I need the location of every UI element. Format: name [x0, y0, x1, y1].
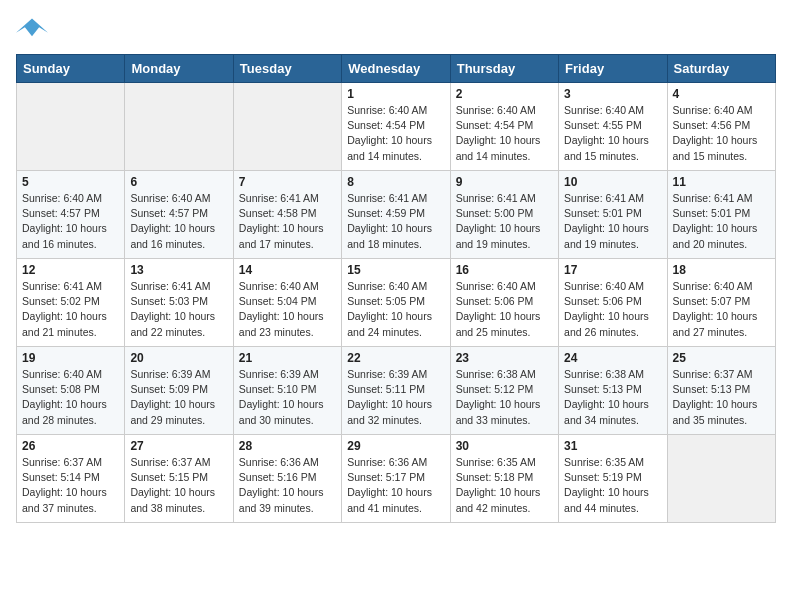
calendar-cell: 20Sunrise: 6:39 AM Sunset: 5:09 PM Dayli…	[125, 347, 233, 435]
day-info: Sunrise: 6:40 AM Sunset: 4:54 PM Dayligh…	[456, 103, 553, 164]
calendar-cell	[17, 83, 125, 171]
logo	[16, 16, 52, 44]
calendar-cell: 26Sunrise: 6:37 AM Sunset: 5:14 PM Dayli…	[17, 435, 125, 523]
day-number: 1	[347, 87, 444, 101]
calendar-body: 1Sunrise: 6:40 AM Sunset: 4:54 PM Daylig…	[17, 83, 776, 523]
svg-marker-0	[16, 18, 48, 36]
day-info: Sunrise: 6:40 AM Sunset: 5:04 PM Dayligh…	[239, 279, 336, 340]
calendar-cell: 30Sunrise: 6:35 AM Sunset: 5:18 PM Dayli…	[450, 435, 558, 523]
day-number: 10	[564, 175, 661, 189]
day-info: Sunrise: 6:40 AM Sunset: 4:56 PM Dayligh…	[673, 103, 770, 164]
day-info: Sunrise: 6:35 AM Sunset: 5:18 PM Dayligh…	[456, 455, 553, 516]
day-number: 16	[456, 263, 553, 277]
day-info: Sunrise: 6:40 AM Sunset: 4:54 PM Dayligh…	[347, 103, 444, 164]
page-header	[16, 16, 776, 44]
day-info: Sunrise: 6:40 AM Sunset: 5:06 PM Dayligh…	[564, 279, 661, 340]
day-info: Sunrise: 6:40 AM Sunset: 5:08 PM Dayligh…	[22, 367, 119, 428]
day-number: 28	[239, 439, 336, 453]
calendar-cell	[667, 435, 775, 523]
calendar-cell: 24Sunrise: 6:38 AM Sunset: 5:13 PM Dayli…	[559, 347, 667, 435]
day-number: 5	[22, 175, 119, 189]
calendar-cell: 10Sunrise: 6:41 AM Sunset: 5:01 PM Dayli…	[559, 171, 667, 259]
day-number: 20	[130, 351, 227, 365]
calendar-cell: 21Sunrise: 6:39 AM Sunset: 5:10 PM Dayli…	[233, 347, 341, 435]
calendar-week-row: 12Sunrise: 6:41 AM Sunset: 5:02 PM Dayli…	[17, 259, 776, 347]
day-info: Sunrise: 6:38 AM Sunset: 5:13 PM Dayligh…	[564, 367, 661, 428]
day-info: Sunrise: 6:39 AM Sunset: 5:09 PM Dayligh…	[130, 367, 227, 428]
calendar-cell: 18Sunrise: 6:40 AM Sunset: 5:07 PM Dayli…	[667, 259, 775, 347]
calendar-cell: 14Sunrise: 6:40 AM Sunset: 5:04 PM Dayli…	[233, 259, 341, 347]
calendar-cell: 16Sunrise: 6:40 AM Sunset: 5:06 PM Dayli…	[450, 259, 558, 347]
calendar-cell: 8Sunrise: 6:41 AM Sunset: 4:59 PM Daylig…	[342, 171, 450, 259]
day-info: Sunrise: 6:36 AM Sunset: 5:17 PM Dayligh…	[347, 455, 444, 516]
day-number: 19	[22, 351, 119, 365]
day-number: 7	[239, 175, 336, 189]
day-number: 27	[130, 439, 227, 453]
calendar-cell: 7Sunrise: 6:41 AM Sunset: 4:58 PM Daylig…	[233, 171, 341, 259]
day-number: 11	[673, 175, 770, 189]
day-number: 17	[564, 263, 661, 277]
calendar-cell: 9Sunrise: 6:41 AM Sunset: 5:00 PM Daylig…	[450, 171, 558, 259]
day-number: 9	[456, 175, 553, 189]
day-info: Sunrise: 6:37 AM Sunset: 5:13 PM Dayligh…	[673, 367, 770, 428]
day-info: Sunrise: 6:39 AM Sunset: 5:11 PM Dayligh…	[347, 367, 444, 428]
calendar-week-row: 1Sunrise: 6:40 AM Sunset: 4:54 PM Daylig…	[17, 83, 776, 171]
weekday-header-tuesday: Tuesday	[233, 55, 341, 83]
day-info: Sunrise: 6:40 AM Sunset: 4:57 PM Dayligh…	[22, 191, 119, 252]
weekday-header-thursday: Thursday	[450, 55, 558, 83]
calendar-cell: 27Sunrise: 6:37 AM Sunset: 5:15 PM Dayli…	[125, 435, 233, 523]
logo-icon	[16, 16, 48, 44]
day-info: Sunrise: 6:41 AM Sunset: 5:01 PM Dayligh…	[564, 191, 661, 252]
day-number: 6	[130, 175, 227, 189]
day-number: 21	[239, 351, 336, 365]
day-number: 29	[347, 439, 444, 453]
calendar-cell	[233, 83, 341, 171]
day-info: Sunrise: 6:38 AM Sunset: 5:12 PM Dayligh…	[456, 367, 553, 428]
day-number: 4	[673, 87, 770, 101]
calendar-cell: 25Sunrise: 6:37 AM Sunset: 5:13 PM Dayli…	[667, 347, 775, 435]
day-info: Sunrise: 6:41 AM Sunset: 5:01 PM Dayligh…	[673, 191, 770, 252]
calendar-cell: 5Sunrise: 6:40 AM Sunset: 4:57 PM Daylig…	[17, 171, 125, 259]
calendar-cell: 4Sunrise: 6:40 AM Sunset: 4:56 PM Daylig…	[667, 83, 775, 171]
weekday-header-sunday: Sunday	[17, 55, 125, 83]
weekday-header-saturday: Saturday	[667, 55, 775, 83]
day-info: Sunrise: 6:40 AM Sunset: 5:06 PM Dayligh…	[456, 279, 553, 340]
day-info: Sunrise: 6:35 AM Sunset: 5:19 PM Dayligh…	[564, 455, 661, 516]
day-number: 25	[673, 351, 770, 365]
calendar-cell: 22Sunrise: 6:39 AM Sunset: 5:11 PM Dayli…	[342, 347, 450, 435]
day-number: 12	[22, 263, 119, 277]
calendar-cell: 15Sunrise: 6:40 AM Sunset: 5:05 PM Dayli…	[342, 259, 450, 347]
day-info: Sunrise: 6:41 AM Sunset: 4:59 PM Dayligh…	[347, 191, 444, 252]
calendar: SundayMondayTuesdayWednesdayThursdayFrid…	[16, 54, 776, 523]
day-number: 15	[347, 263, 444, 277]
day-number: 8	[347, 175, 444, 189]
day-number: 26	[22, 439, 119, 453]
day-number: 24	[564, 351, 661, 365]
day-info: Sunrise: 6:41 AM Sunset: 5:00 PM Dayligh…	[456, 191, 553, 252]
day-number: 31	[564, 439, 661, 453]
day-info: Sunrise: 6:40 AM Sunset: 4:57 PM Dayligh…	[130, 191, 227, 252]
day-info: Sunrise: 6:41 AM Sunset: 5:03 PM Dayligh…	[130, 279, 227, 340]
weekday-header-row: SundayMondayTuesdayWednesdayThursdayFrid…	[17, 55, 776, 83]
day-info: Sunrise: 6:41 AM Sunset: 5:02 PM Dayligh…	[22, 279, 119, 340]
day-info: Sunrise: 6:40 AM Sunset: 4:55 PM Dayligh…	[564, 103, 661, 164]
calendar-cell	[125, 83, 233, 171]
day-number: 22	[347, 351, 444, 365]
calendar-cell: 12Sunrise: 6:41 AM Sunset: 5:02 PM Dayli…	[17, 259, 125, 347]
day-info: Sunrise: 6:37 AM Sunset: 5:15 PM Dayligh…	[130, 455, 227, 516]
day-info: Sunrise: 6:39 AM Sunset: 5:10 PM Dayligh…	[239, 367, 336, 428]
calendar-cell: 31Sunrise: 6:35 AM Sunset: 5:19 PM Dayli…	[559, 435, 667, 523]
calendar-week-row: 19Sunrise: 6:40 AM Sunset: 5:08 PM Dayli…	[17, 347, 776, 435]
day-info: Sunrise: 6:36 AM Sunset: 5:16 PM Dayligh…	[239, 455, 336, 516]
day-info: Sunrise: 6:40 AM Sunset: 5:07 PM Dayligh…	[673, 279, 770, 340]
weekday-header-wednesday: Wednesday	[342, 55, 450, 83]
calendar-cell: 17Sunrise: 6:40 AM Sunset: 5:06 PM Dayli…	[559, 259, 667, 347]
day-number: 14	[239, 263, 336, 277]
day-info: Sunrise: 6:40 AM Sunset: 5:05 PM Dayligh…	[347, 279, 444, 340]
calendar-cell: 2Sunrise: 6:40 AM Sunset: 4:54 PM Daylig…	[450, 83, 558, 171]
calendar-cell: 3Sunrise: 6:40 AM Sunset: 4:55 PM Daylig…	[559, 83, 667, 171]
calendar-cell: 23Sunrise: 6:38 AM Sunset: 5:12 PM Dayli…	[450, 347, 558, 435]
day-number: 3	[564, 87, 661, 101]
day-number: 30	[456, 439, 553, 453]
day-number: 23	[456, 351, 553, 365]
